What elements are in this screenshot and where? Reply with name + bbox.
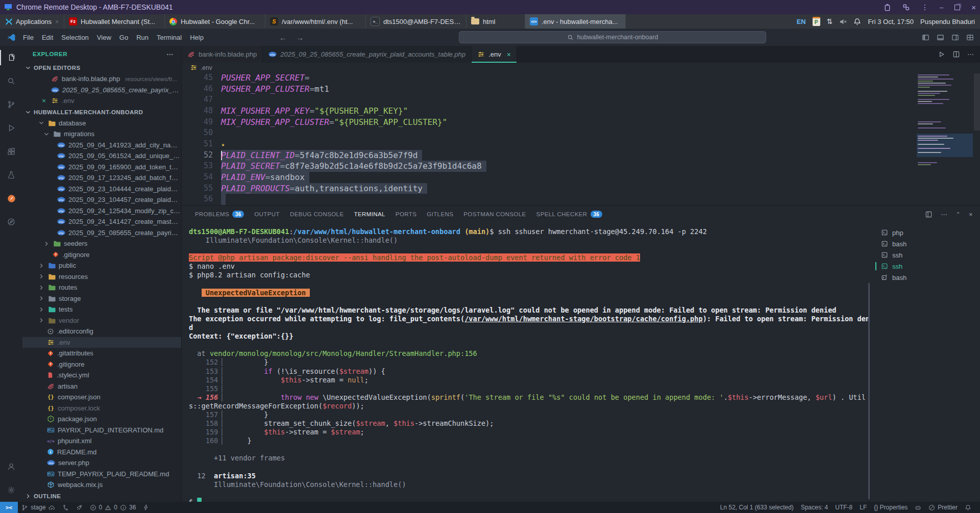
statusbar-eol[interactable]: LF: [856, 504, 870, 511]
statusbar-indentation[interactable]: Spaces: 4: [797, 504, 831, 511]
clipboard-sync-icon[interactable]: [884, 4, 891, 11]
nav-forward-icon[interactable]: →: [296, 33, 304, 42]
menu-file[interactable]: File: [19, 32, 38, 43]
explorer-item[interactable]: {}composer.json: [22, 392, 181, 403]
explorer-item[interactable]: php2025_09_23_104444_create_plaid_a...: [22, 184, 181, 195]
taskbar-window-button[interactable]: </>.env - hubwallet-mercha...: [525, 14, 626, 29]
explorer-item[interactable]: php2025_09_24_125434_modify_zip_col...: [22, 206, 181, 217]
panel-tab-problems[interactable]: PROBLEMS36: [190, 206, 249, 223]
terminal-instance-bash[interactable]: bash: [870, 272, 980, 283]
clipboard-manager-icon[interactable]: P: [813, 17, 820, 26]
taskbar-window-button[interactable]: html: [467, 14, 525, 29]
explorer-item[interactable]: php2025_09_24_141427_create_master...: [22, 216, 181, 227]
panel-tab-output[interactable]: OUTPUT: [249, 206, 285, 223]
explorer-item[interactable]: routes: [22, 282, 181, 293]
open-editor-item[interactable]: ×.env: [22, 95, 181, 107]
editor-tab[interactable]: bank-info.blade.php: [182, 46, 263, 63]
restore-button[interactable]: [954, 5, 960, 10]
panel-tab-debug-console[interactable]: DEBUG CONSOLE: [285, 206, 349, 223]
close-panel-icon[interactable]: ×: [969, 211, 973, 218]
close-editor-icon[interactable]: ×: [40, 97, 48, 105]
explorer-item[interactable]: .editorconfig: [22, 326, 181, 337]
minimize-button[interactable]: –: [940, 4, 943, 11]
explorer-more-actions-icon[interactable]: ⋯: [166, 50, 174, 58]
explorer-item[interactable]: migrations: [22, 129, 181, 140]
taskbar-window-button[interactable]: S/var/www/html/.env (ht...: [265, 14, 366, 29]
code-editor[interactable]: 45PUSHER_APP_SECRET=46PUSHER_APP_CLUSTER…: [182, 72, 980, 205]
volume-muted-icon[interactable]: [839, 18, 847, 25]
panel-more-actions-icon[interactable]: ⋯: [941, 211, 947, 218]
updown-arrows-icon[interactable]: ⇅: [827, 17, 833, 25]
section-outline[interactable]: OUTLINE: [22, 491, 181, 502]
explorer-item[interactable]: seeders: [22, 238, 181, 249]
editor-more-actions-icon[interactable]: ⋯: [967, 50, 974, 58]
statusbar-language-mode[interactable]: {} Properties: [870, 504, 911, 511]
terminal-instance-bash[interactable]: bash: [870, 238, 980, 249]
editor-scrollbar[interactable]: [974, 73, 980, 131]
explorer-item[interactable]: php2025_09_23_104457_create_plaid_tr...: [22, 194, 181, 206]
close-tab-icon[interactable]: ×: [507, 50, 511, 59]
bolt-item[interactable]: [139, 502, 153, 513]
nav-back-icon[interactable]: ←: [279, 33, 287, 42]
statusbar-cursor-position[interactable]: Ln 52, Col 1 (633 selected): [717, 504, 797, 511]
explorer-item[interactable]: phpserver.php: [22, 457, 181, 469]
clock[interactable]: Fri 3 Oct, 17:50: [868, 18, 914, 25]
run-file-icon[interactable]: [938, 50, 945, 58]
notification-bell-icon[interactable]: [853, 18, 861, 25]
taskbar-window-button[interactable]: >_dts1500@AMB-F7-DESK...: [366, 14, 467, 29]
activitybar-search[interactable]: [0, 69, 22, 93]
menu-view[interactable]: View: [93, 32, 115, 43]
rocket-item[interactable]: [72, 502, 86, 513]
terminal-instance-php[interactable]: php: [870, 227, 980, 238]
panel-tab-gitlens[interactable]: GITLENS: [422, 206, 458, 223]
code-line[interactable]: 55PLAID_PRODUCTS=auth,transactions,ident…: [182, 183, 980, 194]
panel-tab-ports[interactable]: PORTS: [390, 206, 422, 223]
explorer-item[interactable]: .env: [22, 337, 181, 348]
code-line[interactable]: 49MIX_PUSHER_APP_CLUSTER="${PUSHER_APP_C…: [182, 117, 980, 128]
explorer-item[interactable]: php2025_09_09_165900_add_token_to_...: [22, 162, 181, 173]
code-line[interactable]: 46PUSHER_APP_CLUSTER=mt1: [182, 84, 980, 95]
explorer-item[interactable]: tests: [22, 304, 181, 315]
code-line[interactable]: 56: [182, 194, 980, 205]
open-editor-item[interactable]: bank-info.blade.phpresources/views/fr...: [22, 73, 181, 85]
explorer-item[interactable]: webpack.mix.js: [22, 479, 181, 491]
applications-menu[interactable]: Applications ≡: [0, 14, 64, 29]
explorer-item[interactable]: public: [22, 260, 181, 271]
code-line[interactable]: 50: [182, 127, 980, 139]
maximize-panel-icon[interactable]: ⌃: [955, 211, 961, 218]
explorer-item[interactable]: .gitignore: [22, 249, 181, 261]
explorer-item[interactable]: .gitignore: [22, 359, 181, 370]
statusbar-copilot[interactable]: [911, 504, 925, 511]
toggle-sidebar-icon[interactable]: [922, 34, 929, 41]
session-options-icon[interactable]: [902, 4, 910, 11]
activitybar-explorer[interactable]: [0, 46, 22, 69]
taskbar-window-button[interactable]: Hubwallet - Google Chr...: [165, 14, 265, 29]
statusbar-notifications[interactable]: [961, 504, 975, 511]
split-editor-icon[interactable]: [952, 50, 960, 58]
explorer-item[interactable]: PAYRIX_PLAID_INTEGRATION.md: [22, 425, 181, 436]
menu-run[interactable]: Run: [132, 32, 153, 43]
activitybar-source-control[interactable]: [0, 93, 22, 116]
code-line[interactable]: 48MIX_PUSHER_APP_KEY="${PUSHER_APP_KEY}": [182, 106, 980, 117]
statusbar-prettier[interactable]: Prettier: [925, 504, 961, 511]
statusbar-encoding[interactable]: UTF-8: [831, 504, 856, 511]
explorer-item[interactable]: php2025_09_04_141923_add_city_nam...: [22, 140, 181, 151]
activitybar-extensions[interactable]: [0, 140, 22, 163]
menu-terminal[interactable]: Terminal: [153, 32, 186, 43]
code-line[interactable]: 54PLAID_ENV=sandbox: [182, 172, 980, 183]
explorer-item[interactable]: iREADME.md: [22, 447, 181, 458]
code-line[interactable]: 47: [182, 94, 980, 106]
breadcrumb[interactable]: .env: [182, 63, 980, 72]
activitybar-account[interactable]: [0, 455, 22, 478]
explorer-item[interactable]: php2025_09_17_123245_add_batch_fee...: [22, 172, 181, 184]
crd-menu-icon[interactable]: ⋮: [921, 3, 928, 11]
explorer-item[interactable]: .gitattributes: [22, 348, 181, 359]
activitybar-postman[interactable]: [0, 187, 22, 210]
activitybar-run-debug[interactable]: [0, 116, 22, 140]
activitybar-settings[interactable]: [0, 478, 22, 502]
editor-tab[interactable]: php2025_09_25_085655_create_payrix_plaid…: [263, 46, 472, 63]
explorer-item[interactable]: package.json: [22, 414, 181, 425]
menu-help[interactable]: Help: [186, 32, 208, 43]
open-editor-item[interactable]: php2025_09_25_085655_create_payrix_p...: [22, 85, 181, 96]
panel-tab-spell-checker[interactable]: SPELL CHECKER36: [531, 206, 607, 223]
